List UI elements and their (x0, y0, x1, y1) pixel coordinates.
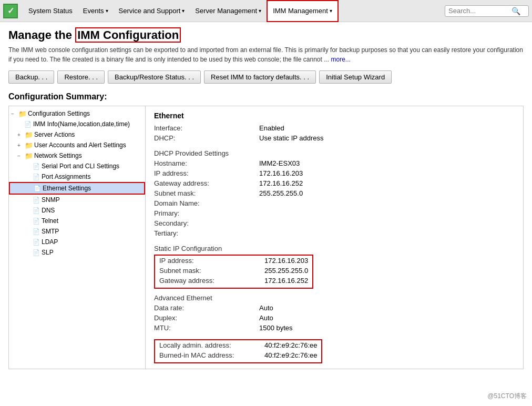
main-content: Manage the IMM Configuration The IMM web… (0, 22, 532, 406)
page-title: Manage the IMM Configuration (8, 28, 524, 42)
tree-panel: − 📁 Configuration Settings 📄 IMM Info(Na… (9, 106, 146, 369)
expand-icon: − (11, 111, 17, 117)
more-link[interactable]: more... (331, 56, 351, 63)
detail-row: IP address: 172.16.16.203 (154, 169, 515, 177)
backup-button[interactable]: Backup. . . (8, 70, 54, 84)
watermark: @51CTO博客 (487, 392, 527, 401)
detail-row: DHCP: Use static IP address (154, 134, 515, 142)
nav-imm-management[interactable]: IMM Management ▾ (267, 0, 339, 22)
detail-row: Subnet mask: 255.255.255.0 (154, 189, 515, 197)
expand-icon: + (17, 143, 24, 148)
advanced-ethernet-title: Advanced Ethernet (154, 294, 515, 302)
action-buttons: Backup. . . Restore. . . Backup/Restore … (8, 70, 524, 84)
config-body: − 📁 Configuration Settings 📄 IMM Info(Na… (8, 106, 524, 369)
doc-icon: 📄 (24, 120, 32, 128)
tree-item-server-actions[interactable]: + 📁 Server Actions (9, 129, 145, 140)
detail-row: Hostname: IMM2-ESX03 (154, 159, 515, 167)
search-input[interactable] (448, 7, 511, 15)
search-box[interactable]: 🔍 (445, 5, 529, 17)
tree-item-imm-info[interactable]: 📄 IMM Info(Name,location,date,time) (9, 119, 145, 129)
mac-address-highlight-box: Locally admin. address: 40:f2:e9:2c:76:e… (154, 339, 322, 363)
nav-events[interactable]: Events ▾ (78, 0, 114, 22)
detail-row: Gateway address: 172.16.16.252 (154, 179, 515, 187)
initial-setup-button[interactable]: Initial Setup Wizard (319, 70, 392, 84)
static-ip-highlight-box: IP address: 172.16.16.203 Subnet mask: 2… (154, 255, 313, 289)
server-mgmt-dropdown-arrow: ▾ (259, 8, 261, 14)
folder-icon: 📁 (25, 130, 33, 139)
search-icon: 🔍 (511, 7, 520, 15)
dhcp-provided-title: DHCP Provided Settings (154, 149, 515, 157)
reset-imm-button[interactable]: Reset IMM to factory defaults. . . (204, 70, 316, 84)
static-ip-title: Static IP Configuration (154, 245, 515, 252)
nav-system-status[interactable]: System Status (23, 0, 78, 22)
detail-row: Subnet mask: 255.255.255.0 (159, 267, 308, 275)
tree-item-network-settings[interactable]: − 📁 Network Settings (9, 150, 145, 161)
doc-icon: 📄 (32, 238, 40, 246)
tree-item-dns[interactable]: 📄 DNS (9, 205, 145, 216)
doc-icon: 📄 (32, 196, 40, 204)
folder-icon: 📁 (18, 109, 27, 118)
restore-button[interactable]: Restore. . . (57, 70, 105, 84)
tree-item-snmp[interactable]: 📄 SNMP (9, 195, 145, 205)
detail-row: IP address: 172.16.16.203 (159, 257, 308, 265)
detail-row: Data rate: Auto (154, 304, 515, 312)
doc-icon: 📄 (32, 206, 40, 215)
events-dropdown-arrow: ▾ (106, 8, 108, 14)
top-navigation: ✓ System Status Events ▾ Service and Sup… (0, 0, 532, 22)
expand-icon: − (17, 153, 24, 159)
detail-row: Duplex: Auto (154, 314, 515, 322)
tree-item-ldap[interactable]: 📄 LDAP (9, 237, 145, 247)
backup-restore-status-button[interactable]: Backup/Restore Status. . . (108, 70, 201, 84)
detail-row: Secondary: (154, 219, 515, 227)
tree-item-port-assignments[interactable]: 📄 Port Assignments (9, 171, 145, 182)
imm-mgmt-dropdown-arrow: ▾ (330, 8, 332, 14)
folder-icon: 📁 (25, 151, 33, 160)
nav-service-support[interactable]: Service and Support ▾ (114, 0, 190, 22)
tree-item-smtp[interactable]: 📄 SMTP (9, 226, 145, 237)
doc-icon: 📄 (32, 172, 40, 181)
detail-row: Gateway address: 172.16.16.252 (159, 277, 308, 285)
detail-row: MTU: 1500 bytes (154, 324, 515, 332)
doc-icon: 📄 (33, 184, 42, 192)
detail-row: Interface: Enabled (154, 124, 515, 132)
page-description: The IMM web console configuration settin… (8, 45, 524, 64)
nav-server-management[interactable]: Server Management ▾ (190, 0, 267, 22)
detail-row: Primary: (154, 209, 515, 217)
tree-item-ethernet-settings[interactable]: 📄 Ethernet Settings (9, 182, 145, 195)
detail-section-title: Ethernet (154, 111, 515, 120)
detail-panel: Ethernet Interface: Enabled DHCP: Use st… (146, 106, 523, 369)
detail-row: Domain Name: (154, 199, 515, 207)
doc-icon: 📄 (32, 248, 40, 257)
expand-icon: + (17, 132, 24, 138)
detail-row: Tertiary: (154, 229, 515, 237)
tree-item-slp[interactable]: 📄 SLP (9, 247, 145, 258)
tree-item-config-settings[interactable]: − 📁 Configuration Settings (9, 108, 145, 119)
logo: ✓ (3, 4, 18, 18)
config-summary-title: Configuration Summary: (8, 92, 524, 102)
doc-icon: 📄 (32, 227, 40, 236)
detail-row: Locally admin. address: 40:f2:e9:2c:76:e… (159, 341, 317, 349)
doc-icon: 📄 (32, 217, 40, 225)
doc-icon: 📄 (32, 162, 40, 170)
folder-icon: 📁 (25, 141, 33, 149)
detail-row: Burned-in MAC address: 40:f2:e9:2c:76:ee (159, 351, 317, 359)
tree-item-telnet[interactable]: 📄 Telnet (9, 216, 145, 226)
tree-item-user-accounts[interactable]: + 📁 User Accounts and Alert Settings (9, 140, 145, 150)
tree-item-serial-port[interactable]: 📄 Serial Port and CLI Settings (9, 161, 145, 171)
service-support-dropdown-arrow: ▾ (182, 8, 185, 14)
